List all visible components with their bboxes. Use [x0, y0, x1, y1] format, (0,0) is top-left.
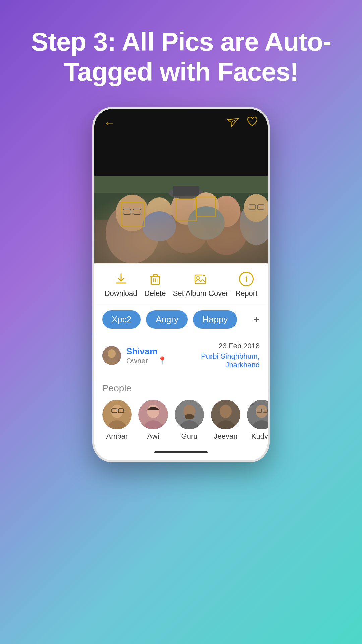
svg-point-16: [142, 211, 176, 241]
svg-rect-21: [122, 202, 144, 226]
avatar: [102, 346, 121, 365]
svg-point-14: [188, 206, 225, 240]
svg-point-7: [163, 200, 209, 253]
download-label: Download: [105, 289, 137, 298]
svg-point-15: [146, 197, 172, 225]
date-text: 23 Feb 2018: [158, 342, 260, 351]
action-bar: Download Delete: [94, 263, 268, 304]
user-details: Shivam Owner: [126, 346, 158, 365]
date-location: 23 Feb 2018 📍 Purbi Singhbhum, Jharkhand: [158, 342, 260, 369]
person-awi-name: Awi: [147, 432, 159, 441]
user-name: Shivam: [126, 346, 158, 357]
phone-mockup: ←: [0, 107, 362, 462]
set-album-cover-button[interactable]: Set Album Cover: [173, 272, 228, 298]
tag-xpc2[interactable]: Xpc2: [102, 310, 141, 329]
headline-text-2: Tagged with Faces!: [64, 57, 298, 87]
person-kudva-name: Kudva: [251, 432, 268, 441]
report-button[interactable]: i Report: [235, 272, 257, 298]
home-indicator: [154, 451, 208, 453]
report-icon: i: [239, 272, 254, 286]
svg-point-9: [169, 187, 203, 199]
person-guru-name: Guru: [181, 432, 198, 441]
tag-happy[interactable]: Happy: [193, 310, 237, 329]
svg-point-13: [193, 192, 219, 220]
svg-point-8: [171, 191, 201, 225]
tags-row: Xpc2 Angry Happy +: [94, 304, 268, 335]
svg-rect-2: [94, 220, 268, 263]
svg-point-12: [212, 196, 240, 227]
tag-angry[interactable]: Angry: [146, 310, 188, 329]
info-row: Shivam Owner 23 Feb 2018 📍 Purbi Singhbh…: [94, 335, 268, 376]
svg-rect-19: [249, 205, 256, 209]
photo-nav: ←: [94, 109, 268, 137]
svg-point-3: [106, 203, 159, 263]
avatar-awi: [138, 400, 168, 429]
svg-rect-20: [257, 205, 264, 209]
location-row: 📍 Purbi Singhbhum, Jharkhand: [158, 352, 260, 369]
svg-rect-10: [173, 186, 199, 196]
people-row: Ambar Awi: [102, 400, 260, 441]
album-cover-icon: [193, 272, 208, 286]
avatar-kudva: [247, 400, 268, 429]
person-ambar-name: Ambar: [106, 432, 128, 441]
svg-rect-6: [133, 209, 141, 214]
heart-icon[interactable]: [246, 116, 258, 130]
person-kudva[interactable]: Kudva: [247, 400, 268, 441]
photo-area: ←: [94, 109, 268, 263]
avatar-image: [102, 346, 121, 365]
back-icon[interactable]: ←: [104, 117, 115, 130]
home-bar: [94, 447, 268, 460]
svg-point-42: [185, 414, 194, 419]
svg-point-17: [240, 201, 268, 245]
headline: Step 3: All Pics are Auto- Tagged with F…: [0, 0, 362, 104]
people-section: People Ambar: [94, 376, 268, 447]
delete-label: Delete: [144, 289, 166, 298]
svg-point-18: [244, 194, 268, 222]
svg-point-29: [108, 349, 116, 358]
phone-screen: ←: [94, 109, 268, 460]
people-title: People: [102, 383, 260, 394]
download-icon: [114, 272, 128, 286]
person-jeevan[interactable]: Jeevan: [211, 400, 240, 441]
user-info: Shivam Owner: [102, 346, 158, 365]
location-text: Purbi Singhbhum, Jharkhand: [169, 352, 260, 369]
svg-rect-5: [123, 209, 131, 214]
user-role: Owner: [126, 357, 158, 365]
download-button[interactable]: Download: [105, 272, 137, 298]
add-tag-button[interactable]: +: [253, 313, 260, 326]
person-awi[interactable]: Awi: [138, 400, 168, 441]
svg-point-4: [116, 195, 149, 231]
avatar-jeevan: [211, 400, 240, 429]
svg-rect-23: [196, 197, 216, 216]
phone-frame: ←: [92, 107, 270, 462]
person-ambar[interactable]: Ambar: [102, 400, 132, 441]
svg-point-44: [220, 405, 232, 418]
headline-text: Step 3: All Pics are Auto-: [31, 27, 331, 56]
set-album-cover-label: Set Album Cover: [173, 289, 228, 298]
avatar-guru: [175, 400, 204, 429]
avatar-ambar: [102, 400, 132, 429]
person-jeevan-name: Jeevan: [214, 432, 238, 441]
report-label: Report: [235, 289, 257, 298]
svg-point-11: [204, 205, 248, 255]
delete-button[interactable]: Delete: [144, 272, 166, 298]
share-icon[interactable]: [225, 114, 240, 132]
delete-icon: [148, 272, 163, 286]
svg-rect-22: [176, 199, 197, 221]
location-pin-icon: 📍: [158, 356, 167, 365]
person-guru[interactable]: Guru: [175, 400, 204, 441]
